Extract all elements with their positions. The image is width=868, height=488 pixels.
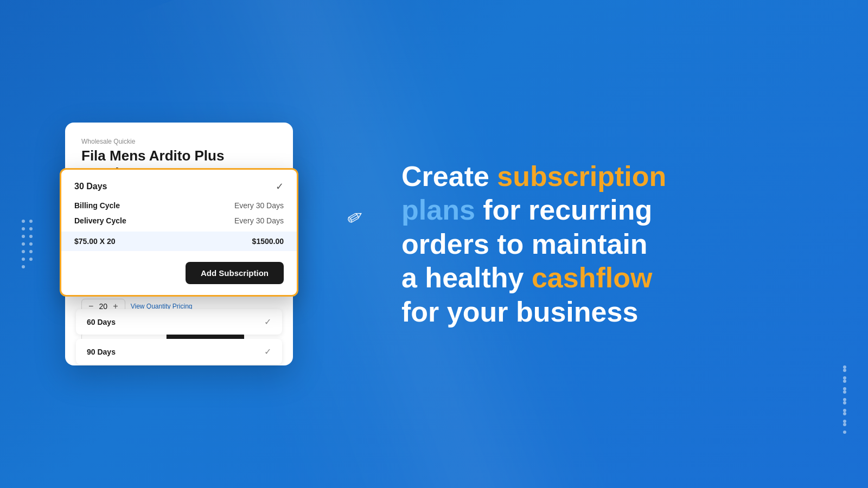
sub-plan-title: 30 Days: [74, 182, 107, 191]
delivery-cycle-row: Delivery Cycle Every 30 Days: [74, 216, 284, 225]
hero-healthy: a healthy: [401, 262, 532, 293]
hero-line5: for your business: [401, 296, 638, 328]
hero-recurring: for recurring: [475, 194, 653, 226]
add-subscription-button[interactable]: Add Subscription: [186, 262, 284, 284]
hero-line2: plans for recurring: [401, 194, 652, 226]
hero-line1: Create subscription: [401, 160, 666, 192]
hero-plans: plans: [401, 194, 475, 226]
subscription-panel: 30 Days ✓ Billing Cycle Every 30 Days De…: [60, 168, 298, 297]
delivery-cycle-label: Delivery Cycle: [74, 216, 126, 225]
plan-90-days[interactable]: 90 Days ✓: [76, 339, 282, 364]
delivery-cycle-value: Every 30 Days: [234, 216, 284, 225]
plan-90-check: ✓: [264, 346, 271, 357]
hero-text: Create subscription plans for recurring …: [401, 159, 825, 329]
sub-price-value: $1500.00: [252, 237, 284, 246]
store-name: Wholesale Quickie: [81, 138, 277, 145]
sub-plan-row: 30 Days ✓: [74, 181, 284, 192]
plan-90-label: 90 Days: [87, 348, 116, 356]
other-plans: 60 Days ✓ 90 Days ✓: [76, 309, 282, 369]
checkmark-icon: ✓: [276, 181, 284, 192]
hero-subscription: subscription: [497, 160, 666, 192]
hero-line4: a healthy cashflow: [401, 262, 652, 293]
sub-price-label: $75.00 X 20: [74, 237, 116, 246]
plan-60-days[interactable]: 60 Days ✓: [76, 309, 282, 335]
hero-cashflow: cashflow: [532, 262, 653, 293]
hero-create: Create: [401, 160, 497, 192]
sub-price-row: $75.00 X 20 $1500.00: [61, 232, 297, 251]
billing-cycle-value: Every 30 Days: [234, 201, 284, 210]
plan-60-label: 60 Days: [87, 318, 116, 326]
plan-60-check: ✓: [264, 317, 271, 327]
hero-line3: orders to maintain: [401, 228, 648, 260]
hero-section: Create subscription plans for recurring …: [358, 127, 868, 361]
billing-cycle-label: Billing Cycle: [74, 201, 120, 210]
billing-cycle-row: Billing Cycle Every 30 Days: [74, 201, 284, 210]
